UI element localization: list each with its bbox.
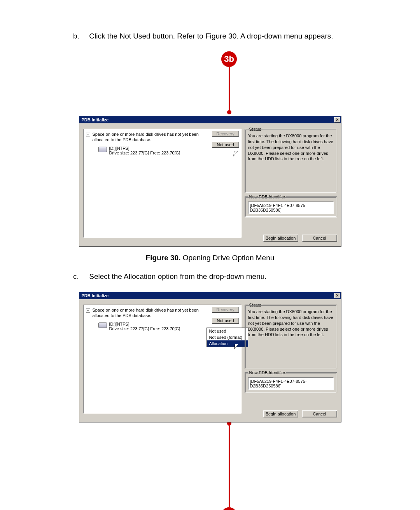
step-b-letter: b. (73, 32, 87, 40)
not-used-button-2[interactable]: Not used (212, 317, 239, 324)
figure-30-caption: Figure 30. Opening Drive Option Menu (58, 254, 362, 262)
drive-label-2: [D:][NTFS] (109, 322, 180, 326)
recovery-button-2[interactable]: Recovery (212, 307, 239, 313)
step-c-letter: c. (73, 272, 87, 281)
status-text-2: You are starting the DX8000 program for … (248, 309, 334, 338)
status-text: You are starting the DX8000 program for … (248, 133, 334, 162)
not-used-dropdown[interactable]: Not used Not used (format) Allocation (206, 328, 248, 347)
callout-3b-label: 3b (221, 51, 237, 67)
close-icon-2: ✕ (336, 294, 339, 298)
disk-icon (98, 147, 107, 152)
disk-icon-2 (98, 322, 107, 328)
callout-3c: 3c (96, 422, 362, 510)
drive-tree-2[interactable]: − Space on one or more hard disk drives … (83, 305, 242, 414)
drive-stats-2: Drive size: 223.77[G] Free: 223.70[G] (109, 326, 180, 331)
recovery-button[interactable]: Recovery (212, 131, 239, 137)
drive-stats: Drive size: 223.77[G] Free: 223.70[G] (109, 151, 180, 155)
pdb-id-fieldset-2: New PDB Identifier [DF5A8219-F4F1-4E07-8… (245, 372, 337, 393)
begin-allocation-button-2[interactable]: Begin allocation (263, 410, 298, 417)
close-button[interactable]: ✕ (334, 117, 340, 123)
dialog-titlebar: PDB Initialize ✕ (79, 116, 341, 123)
step-c: c. Select the Allocation option from the… (73, 272, 362, 281)
step-b-text: Click the Not Used button. Refer to Figu… (89, 32, 333, 40)
step-b: b. Click the Not Used button. Refer to F… (73, 32, 362, 40)
dropdown-item-allocation[interactable]: Allocation (207, 340, 248, 347)
status-legend: Status (248, 127, 262, 131)
collapse-icon[interactable]: − (86, 133, 90, 137)
status-legend-2: Status (248, 303, 262, 307)
not-used-button[interactable]: Not used (212, 142, 239, 148)
tree-root-text: Space on one or more hard disk drives ha… (93, 131, 209, 143)
collapse-icon-2[interactable]: − (86, 308, 90, 313)
drive-item[interactable]: [D:][NTFS] Drive size: 223.77[G] Free: 2… (98, 146, 210, 155)
dropdown-item-not-used[interactable]: Not used (207, 328, 248, 334)
dialog-title-2: PDB Initialize (82, 293, 109, 298)
drive-label: [D:][NTFS] (109, 146, 180, 151)
pdb-initialize-dialog-2: PDB Initialize ✕ − Space on one or more … (79, 292, 341, 422)
dialog-title: PDB Initialize (82, 117, 109, 122)
pdb-id-value: [DF5A8219-F4F1-4E07-8575-D2B35D250586] (248, 202, 334, 214)
dialog-titlebar-2: PDB Initialize ✕ (79, 292, 341, 299)
cancel-button-2[interactable]: Cancel (302, 410, 337, 417)
pdb-id-fieldset: New PDB Identifier [DF5A8219-F4F1-4E07-8… (245, 196, 337, 217)
pdb-initialize-dialog: PDB Initialize ✕ − Space on one or more … (79, 116, 341, 247)
callout-3c-label: 3c (221, 507, 237, 510)
pdb-id-value-2: [DF5A8219-F4F1-4E07-8575-D2B35D250586] (248, 377, 334, 390)
cancel-button[interactable]: Cancel (302, 235, 337, 242)
status-fieldset-2: Status You are starting the DX8000 progr… (245, 305, 337, 369)
step-c-text: Select the Allocation option from the dr… (89, 272, 266, 280)
dropdown-item-not-used-format[interactable]: Not used (format) (207, 334, 248, 340)
begin-allocation-button[interactable]: Begin allocation (263, 235, 298, 242)
figure-30-bold: Figure 30. (146, 254, 181, 262)
drive-tree[interactable]: − Space on one or more hard disk drives … (83, 129, 242, 238)
pdb-id-legend-2: New PDB Identifier (248, 370, 287, 375)
pdb-id-legend: New PDB Identifier (248, 195, 287, 199)
close-icon: ✕ (336, 118, 339, 122)
tree-root-text-2: Space on one or more hard disk drives ha… (93, 307, 209, 319)
status-fieldset: Status You are starting the DX8000 progr… (245, 129, 337, 193)
figure-30-rest: Opening Drive Option Menu (180, 254, 274, 262)
close-button-2[interactable]: ✕ (334, 293, 340, 298)
callout-3b: 3b (96, 51, 362, 114)
drive-item-2[interactable]: [D:][NTFS] Drive size: 223.77[G] Free: 2… (98, 322, 210, 331)
